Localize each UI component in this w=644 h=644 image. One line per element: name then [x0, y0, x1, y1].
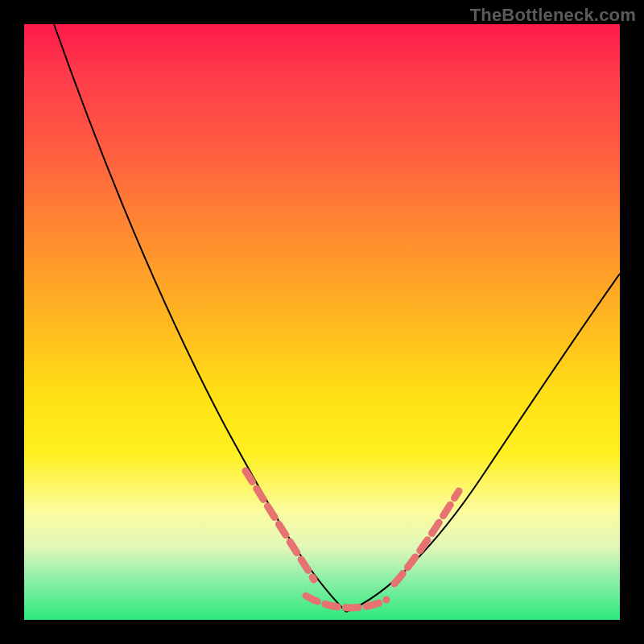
curve-right — [346, 274, 620, 612]
watermark-text: TheBottleneck.com — [470, 5, 636, 26]
chart-frame: TheBottleneck.com — [0, 0, 644, 644]
curve-left — [54, 24, 346, 612]
overlay-dash-left — [246, 471, 314, 580]
overlay-dash-right — [394, 491, 459, 584]
overlay-dash-bottom — [306, 596, 386, 608]
chart-svg — [24, 24, 620, 620]
plot-area — [24, 24, 620, 620]
